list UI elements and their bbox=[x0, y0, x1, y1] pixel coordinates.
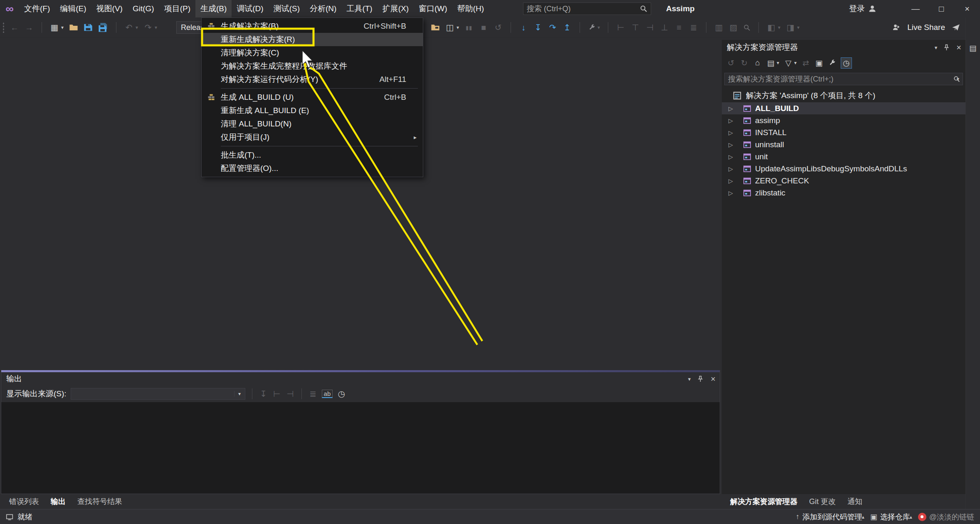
collapse-all-icon[interactable]: ▣ bbox=[815, 58, 823, 68]
project-row[interactable]: ▷ assimp bbox=[722, 114, 965, 126]
switch-views-dropdown-icon[interactable]: ▾ bbox=[777, 60, 779, 66]
live-share-icon[interactable] bbox=[892, 23, 901, 32]
send-feedback-icon[interactable] bbox=[952, 23, 960, 32]
solution-node[interactable]: 解决方案 'Assimp' (8 个项目, 共 8 个) bbox=[722, 89, 965, 102]
project-row[interactable]: ▷ unit bbox=[722, 151, 965, 163]
align-bottom-icon[interactable]: ⊥ bbox=[660, 22, 669, 32]
tool-window-tab[interactable]: Git 更改 bbox=[804, 494, 841, 509]
window-position-dropdown-icon[interactable]: ▾ bbox=[688, 376, 691, 382]
collapsed-toolwindow-icon[interactable]: ▤ bbox=[968, 43, 978, 53]
close-panel-icon[interactable]: × bbox=[711, 374, 716, 384]
properties-wrench-icon[interactable] bbox=[828, 59, 836, 67]
menubar-item[interactable]: 分析(N) bbox=[305, 0, 341, 17]
live-share-label[interactable]: Live Share bbox=[907, 23, 945, 32]
clear-all-icon[interactable]: ≣ bbox=[309, 389, 318, 399]
panel-tab[interactable]: 查找符号结果 bbox=[72, 494, 127, 509]
preview-window-icon[interactable]: ◫ bbox=[445, 22, 454, 32]
build-menu-item[interactable]: 重新生成 ALL_BUILD (E) ▸ bbox=[202, 104, 423, 117]
build-menu-item[interactable]: 重新生成解决方案(R) ▸ bbox=[202, 33, 423, 46]
tool-window-tab[interactable]: 通知 bbox=[842, 494, 867, 509]
minimize-button[interactable]: — bbox=[903, 0, 928, 17]
filter-dropdown-icon[interactable]: ▾ bbox=[794, 60, 797, 66]
output-source-combobox[interactable]: ▾ bbox=[71, 388, 245, 400]
run-to-cursor-icon[interactable]: ↧ bbox=[533, 22, 543, 32]
menubar-item[interactable]: 编辑(E) bbox=[55, 0, 91, 17]
build-menu-item[interactable]: 清理 ALL_BUILD(N) ▸ bbox=[202, 117, 423, 131]
project-row[interactable]: ▷ zlibstatic bbox=[722, 187, 965, 199]
new-project-icon[interactable]: ▦ bbox=[50, 22, 59, 32]
new-project-dropdown-icon[interactable]: ▾ bbox=[61, 25, 64, 30]
switch-views-icon[interactable]: ▤ bbox=[767, 58, 775, 68]
sign-in-button[interactable]: 登录 bbox=[849, 0, 876, 17]
align-top-icon[interactable]: ⊤ bbox=[631, 22, 640, 32]
stop-icon[interactable]: ■ bbox=[479, 23, 488, 32]
panel-tab[interactable]: 错误列表 bbox=[4, 494, 44, 509]
pause-icon[interactable]: ▮▮ bbox=[464, 25, 474, 31]
sync-with-active-document-icon[interactable]: ⇄ bbox=[802, 58, 810, 68]
word-wrap-icon[interactable]: ab bbox=[322, 390, 333, 398]
step-out-icon[interactable]: ↥ bbox=[563, 22, 572, 32]
find-message-icon[interactable]: ↧ bbox=[259, 389, 268, 399]
save-all-icon[interactable] bbox=[98, 22, 108, 32]
toolbar-drag-handle[interactable] bbox=[2, 22, 5, 33]
build-menu-item[interactable]: 清理解决方案(C) ▸ bbox=[202, 46, 423, 59]
menubar-item[interactable]: 扩展(X) bbox=[378, 0, 414, 17]
build-menu-item[interactable]: 批生成(T)... ▸ bbox=[202, 148, 423, 162]
window-position-dropdown-icon[interactable]: ▾ bbox=[935, 44, 938, 51]
menubar-item[interactable]: 项目(P) bbox=[159, 0, 195, 17]
expand-chevron-icon[interactable]: ▷ bbox=[728, 117, 737, 124]
search-options-dropdown-icon[interactable]: ▾ bbox=[957, 76, 959, 82]
timestamp-clock-icon[interactable]: ◷ bbox=[337, 389, 346, 399]
open-file-icon[interactable] bbox=[69, 23, 78, 32]
menubar-item[interactable]: 窗口(W) bbox=[414, 0, 452, 17]
se-back-icon[interactable]: ↺ bbox=[727, 58, 735, 68]
pin-icon[interactable] bbox=[943, 44, 950, 51]
expand-chevron-icon[interactable]: ▷ bbox=[728, 190, 737, 196]
tools-wrench-icon[interactable] bbox=[588, 24, 595, 31]
go-next-message-icon[interactable]: ⊣ bbox=[286, 389, 295, 399]
build-menu-item[interactable]: 生成解决方案(B) Ctrl+Shift+B ▸ bbox=[202, 20, 423, 33]
zoom-icon[interactable] bbox=[743, 24, 750, 31]
panel-tab[interactable]: 输出 bbox=[46, 494, 71, 509]
maximize-button[interactable]: □ bbox=[928, 0, 954, 17]
align-right-icon[interactable]: ⊣ bbox=[645, 22, 654, 32]
menubar-item[interactable]: Git(G) bbox=[128, 0, 159, 17]
step-into-icon[interactable]: ↓ bbox=[519, 23, 528, 32]
project-row[interactable]: ▷ UpdateAssimpLibsDebugSymbolsAndDLLs bbox=[722, 163, 965, 175]
make-same-size-icon[interactable]: ▨ bbox=[729, 22, 738, 32]
open-folder-icon[interactable] bbox=[431, 23, 440, 32]
redo-dropdown-icon[interactable]: ▾ bbox=[155, 25, 157, 30]
expand-chevron-icon[interactable]: ▷ bbox=[728, 153, 737, 160]
table-layout-dropdown-icon[interactable]: ▾ bbox=[778, 25, 780, 30]
tool-window-tab[interactable]: 解决方案资源管理器 bbox=[725, 494, 802, 509]
preview-dropdown-icon[interactable]: ▾ bbox=[457, 25, 459, 30]
step-over-icon[interactable]: ↷ bbox=[548, 22, 557, 32]
table-layout-icon[interactable]: ◧ bbox=[767, 22, 776, 32]
project-row[interactable]: ▷ ZERO_CHECK bbox=[722, 175, 965, 187]
expand-chevron-icon[interactable]: ▷ bbox=[728, 141, 737, 148]
distribute-columns-icon[interactable]: ≣ bbox=[689, 22, 698, 32]
search-icon[interactable] bbox=[640, 5, 647, 12]
build-menu-item[interactable]: 配置管理器(O)... ▸ bbox=[202, 162, 423, 175]
menubar-item[interactable]: 文件(F) bbox=[19, 0, 55, 17]
build-menu-item[interactable]: 生成 ALL_BUILD (U) Ctrl+B ▸ bbox=[202, 91, 423, 104]
se-forward-icon[interactable]: ↻ bbox=[740, 58, 748, 68]
save-icon[interactable] bbox=[84, 23, 93, 32]
size-to-grid-icon[interactable]: ▥ bbox=[714, 22, 723, 32]
close-button[interactable]: × bbox=[954, 0, 980, 17]
global-search-input[interactable]: 搜索 (Ctrl+Q) bbox=[523, 2, 651, 15]
pin-icon[interactable] bbox=[697, 376, 704, 382]
navigate-forward-icon[interactable]: → bbox=[25, 23, 34, 32]
add-to-source-control-button[interactable]: ↑ 添加到源代码管理 ▴ bbox=[796, 512, 864, 522]
redo-icon[interactable]: ↷ bbox=[143, 22, 153, 32]
output-source-dropdown-icon[interactable]: ▾ bbox=[234, 391, 245, 397]
cell-layout-dropdown-icon[interactable]: ▾ bbox=[797, 25, 800, 30]
tools-dropdown-icon[interactable]: ▾ bbox=[597, 25, 600, 30]
align-left-icon[interactable]: ⊢ bbox=[616, 22, 625, 32]
cell-layout-icon[interactable]: ◨ bbox=[786, 22, 795, 32]
menubar-item[interactable]: 调试(D) bbox=[232, 0, 268, 17]
solution-explorer-search-input[interactable]: 搜索解决方案资源管理器(Ctrl+;) ▾ bbox=[724, 73, 963, 85]
menubar-item[interactable]: 工具(T) bbox=[341, 0, 377, 17]
build-menu-item[interactable]: 为解决方案生成完整程序数据库文件 ▸ bbox=[202, 59, 423, 73]
close-panel-icon[interactable]: × bbox=[956, 43, 961, 52]
